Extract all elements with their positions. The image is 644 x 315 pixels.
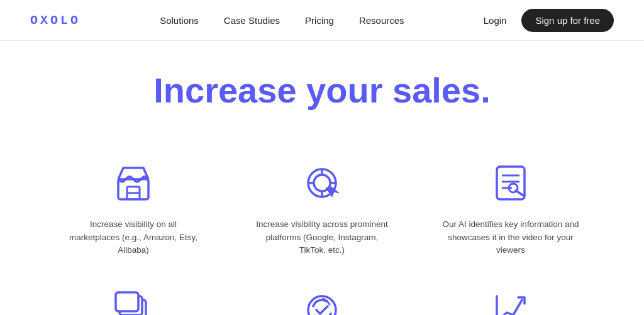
nav-links: Solutions Case Studies Pricing Resources — [160, 15, 404, 26]
nav-case-studies[interactable]: Case Studies — [224, 15, 280, 26]
conversion-icon — [297, 285, 347, 315]
feature-bulk-video: Create hundreds and thousands of videos … — [39, 267, 228, 315]
nav-resources[interactable]: Resources — [359, 15, 404, 26]
nav-pricing[interactable]: Pricing — [305, 15, 334, 26]
ai-info-icon — [486, 158, 536, 208]
signup-button[interactable]: Sign up for free — [521, 9, 614, 32]
login-button[interactable]: Login — [484, 15, 507, 26]
hero-headline-colored: Increase — [153, 70, 296, 110]
feature-ai-info-desc: Our AI identifies key information and sh… — [441, 218, 580, 258]
hero-section: Increase your sales. — [0, 41, 644, 130]
nav-solutions[interactable]: Solutions — [160, 15, 199, 26]
feature-marketplace-desc: Increase visibility on all marketplaces … — [64, 218, 203, 258]
feature-ai-info: Our AI identifies key information and sh… — [416, 140, 605, 268]
navbar: OXOLO Solutions Case Studies Pricing Res… — [0, 0, 644, 41]
insights-icon — [486, 285, 536, 315]
nav-actions: Login Sign up for free — [484, 9, 614, 32]
svg-rect-16 — [116, 292, 138, 311]
marketplace-icon — [108, 158, 158, 208]
platforms-icon — [297, 158, 347, 208]
feature-platforms-desc: Increase visibility across prominent pla… — [253, 218, 391, 258]
hero-headline-rest: your sales. — [297, 70, 491, 110]
hero-headline: Increase your sales. — [0, 71, 644, 110]
feature-marketplace: Increase visibility on all marketplaces … — [39, 140, 228, 268]
bulk-video-icon — [108, 285, 158, 315]
feature-platforms: Increase visibility across prominent pla… — [228, 140, 416, 268]
feature-insights: Gain insights about your video performan… — [416, 267, 605, 315]
features-grid: Increase visibility on all marketplaces … — [39, 130, 605, 315]
feature-conversion: Oxolo will continuously improve your vid… — [228, 267, 416, 315]
logo[interactable]: OXOLO — [30, 13, 80, 28]
